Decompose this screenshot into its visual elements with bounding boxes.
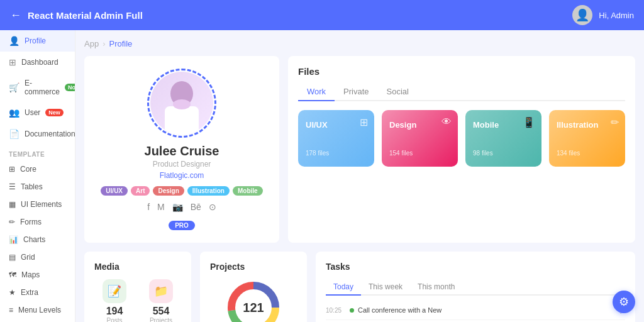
profile-role: Product Designer [153, 160, 211, 169]
github-icon[interactable]: ⊙ [209, 202, 216, 212]
folder-uiux[interactable]: ⊞ UI/UX 178 files [298, 110, 374, 167]
sidebar-item-ui-elements[interactable]: ▦ UI Elements [0, 196, 75, 213]
tag-mobile[interactable]: Mobile [233, 186, 263, 196]
profile-name: Julee Cruise [145, 144, 219, 158]
folder-count-mobile: 98 files [473, 150, 534, 157]
folder-icon-uiux: ⊞ [360, 116, 368, 128]
medium-icon[interactable]: M [157, 202, 165, 212]
maps-icon: 🗺 [9, 270, 16, 279]
sidebar-item-grid[interactable]: ▤ Grid [0, 248, 75, 266]
ecommerce-badge: Node.JS [65, 84, 75, 91]
files-tabs: Work Private Social [298, 83, 625, 101]
extra-icon: ★ [9, 288, 16, 297]
tab-this-week[interactable]: This week [361, 279, 410, 296]
tasks-title: Tasks [326, 262, 625, 272]
projects-icon: 📁 [149, 279, 173, 303]
sidebar-item-tables[interactable]: ☰ Tables [0, 178, 75, 196]
sidebar-item-ecommerce[interactable]: 🛒 E-commerce Node.JS [0, 73, 75, 102]
doc-icon: 📄 [9, 129, 19, 139]
sidebar-item-profile[interactable]: 👤 Profile [0, 30, 75, 52]
sidebar-item-core[interactable]: ⊞ Core [0, 160, 75, 178]
back-icon[interactable]: ← [10, 9, 21, 22]
sidebar-item-documentation[interactable]: 📄 Documentation [0, 123, 75, 145]
sidebar-item-label: Menu Levels [18, 306, 61, 314]
avatar [150, 72, 213, 135]
posts-label: Posts [94, 317, 135, 322]
media-title: Media [94, 262, 181, 272]
pro-badge: PRO [169, 221, 195, 230]
projects-title: Projects [210, 262, 297, 272]
sidebar-template-section: TEMPLATE [0, 145, 75, 160]
middle-row: Media 📝 194 Posts 📁 554 Projects 👥 12 [84, 252, 635, 322]
folder-mobile[interactable]: 📱 Mobile 98 files [465, 110, 541, 167]
sidebar-item-maps[interactable]: 🗺 Maps [0, 266, 75, 284]
sidebar-item-label: Profile [25, 36, 46, 45]
main-content: App › Profile Julee Cruise Prod [75, 30, 644, 322]
folder-name-illustration: Illustration [557, 120, 618, 130]
user-badge: New [45, 109, 64, 116]
folder-illustration[interactable]: ✏ Illustration 134 files [549, 110, 625, 167]
task-text: Call conference with a New [358, 306, 613, 314]
sidebar-item-charts[interactable]: 📊 Charts [0, 231, 75, 248]
settings-fab[interactable]: ⚙ [613, 291, 635, 313]
breadcrumb: App › Profile [84, 39, 635, 48]
posts-icon: 📝 [103, 279, 126, 303]
forms-icon: ✏ [9, 218, 15, 226]
projects-card: Projects 121 New [200, 252, 307, 322]
sidebar-item-label: Grid [21, 253, 35, 262]
task-time: 10:25 [326, 307, 346, 314]
donut-chart: 121 [210, 279, 297, 322]
svg-point-2 [173, 99, 191, 109]
donut-center-value: 121 [243, 301, 264, 315]
sidebar-item-label: Dashboard [21, 58, 58, 67]
sidebar-item-menu-levels[interactable]: ≡ Menu Levels [0, 301, 75, 319]
tab-private[interactable]: Private [335, 83, 377, 101]
tag-illustration[interactable]: Illustration [187, 186, 230, 196]
media-card: Media 📝 194 Posts 📁 554 Projects 👥 12 [84, 252, 191, 322]
tab-social[interactable]: Social [378, 83, 418, 101]
posts-value: 194 [94, 306, 135, 317]
task-row: 10:25 Call conference with a New ⋮ [326, 301, 625, 320]
media-stat-posts: 📝 194 Posts [94, 279, 135, 322]
topnav-right: 👤 Hi, Admin [572, 5, 634, 25]
profile-avatar-wrap [147, 69, 216, 138]
tag-design[interactable]: Design [153, 186, 184, 196]
files-title: Files [298, 66, 625, 77]
folder-count-uiux: 178 files [306, 150, 367, 157]
topnav-left: ← React Material Admin Full [10, 9, 143, 22]
profile-link[interactable]: Flatlogic.com [160, 171, 204, 180]
tab-this-month[interactable]: This month [410, 279, 462, 296]
folder-design[interactable]: 👁 Design 154 files [382, 110, 458, 167]
profile-tags: UI/UX Art Design Illustration Mobile [101, 186, 262, 196]
folder-icon-mobile: 📱 [523, 116, 535, 128]
avatar[interactable]: 👤 [572, 5, 592, 25]
sidebar-item-label: Extra [21, 288, 38, 297]
projects-label: Projects [141, 317, 181, 322]
sidebar-item-label: Forms [20, 218, 42, 226]
tag-art[interactable]: Art [131, 186, 150, 196]
tag-uiux[interactable]: UI/UX [101, 186, 128, 196]
settings-icon: ⚙ [619, 295, 629, 309]
svg-rect-1 [165, 106, 199, 135]
media-stats: 📝 194 Posts 📁 554 Projects 👥 12.8k Follo… [94, 279, 181, 322]
instagram-icon[interactable]: 📷 [172, 202, 183, 212]
breadcrumb-sep: › [103, 39, 105, 48]
sidebar-item-label: UI Elements [21, 200, 62, 209]
sidebar-item-label: Charts [23, 235, 45, 244]
breadcrumb-current: Profile [109, 39, 132, 48]
sidebar-item-dashboard[interactable]: ⊞ Dashboard [0, 52, 75, 73]
files-card: Files Work Private Social ⊞ UI/UX 178 fi… [288, 56, 635, 243]
behance-icon[interactable]: Bē [191, 202, 201, 212]
tab-today[interactable]: Today [326, 279, 361, 296]
sidebar-item-user[interactable]: 👥 User New [0, 102, 75, 123]
sidebar-item-extra[interactable]: ★ Extra [0, 284, 75, 301]
breadcrumb-app[interactable]: App [84, 39, 99, 48]
tasks-tabs: Today This week This month [326, 279, 625, 296]
sidebar-item-forms[interactable]: ✏ Forms [0, 213, 75, 231]
profile-socials: f M 📷 Bē ⊙ [147, 202, 216, 212]
charts-icon: 📊 [9, 235, 18, 244]
grid-icon: ▤ [9, 253, 16, 262]
media-stat-projects: 📁 554 Projects [141, 279, 181, 322]
tab-work[interactable]: Work [298, 83, 335, 101]
facebook-icon[interactable]: f [147, 202, 150, 212]
